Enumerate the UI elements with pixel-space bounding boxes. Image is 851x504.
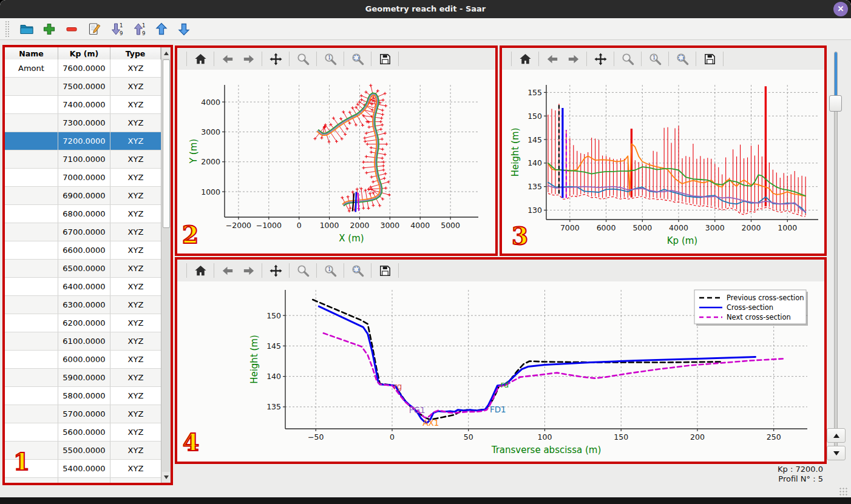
remove-profile-button[interactable] bbox=[61, 19, 81, 39]
back-button[interactable] bbox=[219, 50, 237, 68]
zoom-region-button[interactable] bbox=[673, 50, 691, 68]
back-icon bbox=[221, 52, 235, 66]
cell-name bbox=[5, 260, 58, 277]
table-row[interactable]: 7500.0000XYZ bbox=[5, 78, 161, 96]
long-profile-panel: 1 70006000500040003000200010001301351401… bbox=[500, 45, 827, 256]
sort-descending-button[interactable]: 19 bbox=[106, 19, 126, 39]
profile-down-button[interactable] bbox=[827, 446, 846, 460]
table-row[interactable]: 6100.0000XYZ bbox=[5, 332, 161, 351]
cell-name: Amont bbox=[5, 59, 58, 77]
long-profile-plot[interactable]: 7000600050004000300020001000130135140145… bbox=[502, 70, 824, 254]
table-row[interactable]: 6200.0000XYZ bbox=[5, 314, 161, 332]
table-row[interactable]: 7000.0000XYZ bbox=[5, 169, 161, 187]
profile-up-button[interactable] bbox=[827, 428, 846, 443]
home-button[interactable] bbox=[191, 261, 209, 280]
table-row[interactable]: 5300.0000XYZ bbox=[5, 478, 161, 483]
save-button[interactable] bbox=[700, 50, 719, 68]
title-bar: Geometry reach edit - Saar ✕ bbox=[0, 0, 851, 18]
zoom-one-icon: 1 bbox=[648, 52, 662, 66]
toolbar-separator bbox=[398, 52, 399, 66]
cell-name bbox=[5, 478, 58, 483]
column-header-type[interactable]: Type bbox=[110, 47, 161, 59]
svg-text:150: 150 bbox=[266, 311, 281, 320]
cell-type: XYZ bbox=[110, 332, 161, 350]
pan-button[interactable] bbox=[266, 50, 285, 68]
back-icon bbox=[546, 52, 560, 66]
pan-icon bbox=[269, 52, 283, 66]
table-scrollbar[interactable] bbox=[161, 47, 171, 483]
svg-text:5000: 5000 bbox=[632, 223, 652, 232]
pan-button[interactable] bbox=[266, 261, 285, 280]
zoom-button[interactable] bbox=[294, 261, 312, 280]
cell-kp: 5400.0000 bbox=[58, 460, 110, 477]
zoom-region-button[interactable] bbox=[348, 261, 367, 280]
column-header-name[interactable]: Name bbox=[5, 47, 58, 59]
table-row[interactable]: Amont7600.0000XYZ bbox=[5, 59, 161, 78]
svg-text:2000: 2000 bbox=[742, 223, 761, 232]
home-button[interactable] bbox=[516, 50, 534, 68]
close-button[interactable]: ✕ bbox=[833, 2, 848, 16]
svg-text:135: 135 bbox=[527, 182, 542, 191]
table-row[interactable]: 7300.0000XYZ bbox=[5, 114, 161, 132]
cell-kp: 6200.0000 bbox=[58, 314, 110, 332]
sort-ascending-button[interactable]: 19 bbox=[129, 19, 149, 39]
zoom-one-button[interactable]: 1 bbox=[321, 50, 339, 68]
zoom-region-button[interactable] bbox=[348, 50, 367, 68]
back-button[interactable] bbox=[219, 261, 237, 280]
forward-button[interactable] bbox=[239, 50, 257, 68]
svg-text:135: 135 bbox=[266, 402, 281, 411]
table-row[interactable]: 6500.0000XYZ bbox=[5, 260, 161, 278]
plan-plot[interactable]: −2000−1000010002000300040005000100020003… bbox=[177, 70, 495, 254]
save-button[interactable] bbox=[376, 261, 394, 280]
home-button[interactable] bbox=[191, 50, 209, 68]
profile-slider-track[interactable] bbox=[834, 52, 838, 452]
pan-button[interactable] bbox=[591, 50, 609, 68]
move-down-button[interactable] bbox=[174, 19, 194, 39]
forward-button[interactable] bbox=[239, 261, 257, 280]
cell-kp: 6100.0000 bbox=[58, 332, 110, 350]
open-button[interactable] bbox=[16, 19, 36, 39]
scroll-up-button[interactable] bbox=[162, 48, 170, 58]
table-row[interactable]: 6800.0000XYZ bbox=[5, 205, 161, 223]
table-row[interactable]: 5900.0000XYZ bbox=[5, 369, 161, 387]
zoom-one-button[interactable]: 1 bbox=[321, 261, 339, 280]
svg-text:145: 145 bbox=[527, 135, 542, 144]
table-row[interactable]: 6700.0000XYZ bbox=[5, 223, 161, 241]
forward-button[interactable] bbox=[564, 50, 582, 68]
scrollbar-thumb[interactable] bbox=[163, 59, 170, 228]
svg-text:1000: 1000 bbox=[778, 223, 797, 232]
svg-text:−50: −50 bbox=[308, 432, 324, 442]
table-row[interactable]: 6900.0000XYZ bbox=[5, 187, 161, 205]
table-row[interactable]: 7100.0000XYZ bbox=[5, 150, 161, 169]
zoom-one-button[interactable]: 1 bbox=[646, 50, 664, 68]
table-row[interactable]: 5800.0000XYZ bbox=[5, 387, 161, 405]
zoom-button[interactable] bbox=[619, 50, 637, 68]
table-row[interactable]: 6600.0000XYZ bbox=[5, 241, 161, 260]
zoom-button[interactable] bbox=[294, 50, 312, 68]
cross-section-plot[interactable]: rgFG1AX1FD1rd−50050100150200250135140145… bbox=[177, 281, 824, 462]
arrow-down-icon bbox=[177, 22, 191, 36]
table-row[interactable]: 5600.0000XYZ bbox=[5, 423, 161, 442]
cell-name bbox=[5, 241, 58, 259]
svg-text:5000: 5000 bbox=[441, 221, 460, 230]
cell-name bbox=[5, 169, 58, 186]
save-button[interactable] bbox=[376, 50, 394, 68]
toolbar-drag-handle[interactable] bbox=[5, 21, 10, 38]
resize-grip[interactable] bbox=[839, 487, 847, 496]
scroll-down-button[interactable] bbox=[162, 472, 170, 482]
move-up-button[interactable] bbox=[151, 19, 171, 39]
table-row[interactable]: 7400.0000XYZ bbox=[5, 96, 161, 114]
column-header-kp[interactable]: Kp (m) bbox=[58, 47, 110, 59]
svg-text:FG1: FG1 bbox=[409, 405, 426, 415]
toolbar-separator bbox=[289, 263, 290, 278]
profile-slider-handle[interactable] bbox=[829, 95, 842, 112]
table-row[interactable]: 7200.0000XYZ bbox=[5, 132, 161, 150]
table-row[interactable]: 6400.0000XYZ bbox=[5, 278, 161, 296]
add-profile-button[interactable] bbox=[39, 19, 59, 39]
table-row[interactable]: 6300.0000XYZ bbox=[5, 296, 161, 314]
table-row[interactable]: 6000.0000XYZ bbox=[5, 351, 161, 369]
table-row[interactable]: 5700.0000XYZ bbox=[5, 405, 161, 423]
edit-profile-button[interactable] bbox=[84, 19, 104, 39]
back-button[interactable] bbox=[543, 50, 561, 68]
cell-name bbox=[5, 405, 58, 423]
